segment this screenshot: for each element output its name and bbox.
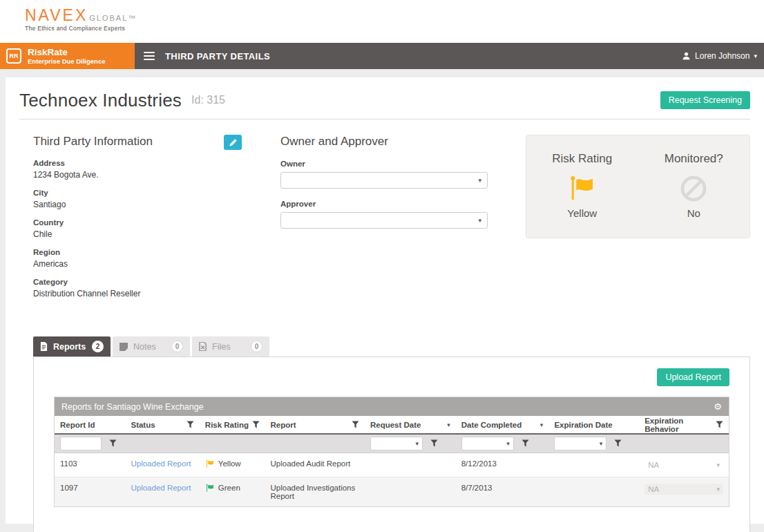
content-panel: Technoex Industries Id: 315 Request Scre…	[6, 77, 764, 524]
expiration-date-filter[interactable]: ▾	[554, 437, 607, 450]
filter-icon[interactable]	[716, 421, 723, 428]
navex-logo-suffix: GLOBAL™	[89, 14, 137, 22]
owner-dropdown[interactable]: ▾	[280, 172, 488, 189]
field-label: Region	[33, 248, 242, 256]
owner-label: Owner	[280, 160, 488, 168]
request-screening-button[interactable]: Request Screening	[660, 91, 750, 109]
request-date-cell	[365, 477, 456, 506]
date-completed-cell: 8/7/2013	[456, 477, 549, 506]
upload-report-button[interactable]: Upload Report	[657, 368, 729, 386]
field-label: City	[33, 189, 242, 197]
field-city: City Santiago	[33, 189, 242, 209]
navex-logo-text: NAVEX	[25, 6, 88, 24]
approver-label: Approver	[280, 200, 488, 208]
expiration-behavior-dropdown[interactable]: NA▾	[644, 484, 723, 495]
field-address: Address 1234 Bogota Ave.	[33, 159, 242, 180]
status-link[interactable]: Uploaded Report	[131, 484, 191, 492]
report-id-cell: 1097	[55, 477, 125, 506]
ban-icon	[679, 174, 708, 203]
chevron-down-icon[interactable]: ▾	[447, 421, 450, 428]
user-menu[interactable]: Loren Johnson ▾	[682, 51, 757, 61]
navex-tagline: The Ethics and Compliance Experts	[25, 25, 137, 32]
reports-grid: Reports for Santiago Wine Exchange ⚙ Rep…	[54, 397, 729, 507]
user-name: Loren Johnson	[695, 51, 749, 61]
page-title: Technoex Industries	[19, 90, 182, 111]
main-navbar: RR RiskRate Enterprise Due Diligence THI…	[0, 43, 764, 69]
request-date-cell	[365, 453, 456, 477]
expiration-date-filter-input[interactable]	[555, 438, 592, 449]
report-id-filter-input[interactable]	[60, 437, 102, 450]
col-expiration-date: Expiration Date	[554, 421, 612, 429]
gear-icon[interactable]: ⚙	[714, 402, 722, 411]
filter-icon[interactable]	[522, 439, 529, 447]
third-party-information-section: Third Party Information Address 1234 Bog…	[33, 135, 242, 298]
field-value: Santiago	[33, 200, 242, 209]
filter-icon[interactable]	[187, 421, 194, 428]
risk-summary-panel: Risk Rating Yellow Monitored?	[526, 135, 750, 238]
col-report-id: Report Id	[60, 421, 95, 429]
page-nav-title: THIRD PARTY DETAILS	[165, 51, 270, 61]
note-icon	[120, 343, 128, 351]
riskrate-app-tile[interactable]: RR RiskRate Enterprise Due Diligence	[0, 43, 135, 69]
expiration-behavior-dropdown[interactable]: NA▾	[644, 459, 723, 471]
tab-label: Files	[212, 342, 230, 352]
riskrate-third-party-details-page: NAVEXGLOBAL™ The Ethics and Compliance E…	[0, 0, 764, 532]
pencil-icon	[229, 138, 238, 147]
filter-icon[interactable]	[109, 439, 117, 447]
tab-strip: Reports 2 Notes 0 Files 0	[33, 336, 750, 357]
risk-rating-value: Yellow	[526, 207, 638, 219]
tab-notes[interactable]: Notes 0	[113, 336, 190, 357]
report-id-cell: 1103	[55, 453, 125, 477]
approver-dropdown[interactable]: ▾	[280, 212, 488, 229]
report-name-cell: Uploaded Audit Report	[265, 453, 365, 477]
field-value: Chile	[33, 229, 242, 239]
section-title: Owner and Approver	[280, 135, 388, 148]
chevron-down-icon[interactable]: ▾	[596, 440, 607, 447]
request-date-filter[interactable]: ▾	[370, 437, 423, 450]
col-status: Status	[131, 421, 155, 429]
tab-reports[interactable]: Reports 2	[33, 336, 111, 357]
expiration-date-cell	[548, 477, 639, 506]
chevron-down-icon: ▾	[478, 217, 481, 224]
section-title: Third Party Information	[33, 135, 153, 149]
filter-icon[interactable]	[252, 421, 260, 428]
tab-count-badge: 0	[171, 341, 183, 352]
app-name: RiskRate	[28, 47, 105, 58]
risk-rating-cell: Risk Rating Yellow	[526, 152, 638, 238]
request-date-filter-input[interactable]	[371, 438, 408, 449]
monitored-label: Monitored?	[638, 152, 750, 166]
filter-icon[interactable]	[614, 439, 622, 447]
flag-icon	[568, 175, 597, 202]
report-document-icon	[40, 342, 48, 351]
date-completed-cell: 8/12/2013	[456, 453, 549, 477]
status-link[interactable]: Uploaded Report	[131, 459, 191, 468]
tab-label: Reports	[53, 342, 86, 352]
monitored-cell: Monitored? No	[638, 152, 750, 238]
chevron-down-icon[interactable]: ▾	[503, 440, 513, 447]
third-party-id: Id: 315	[191, 94, 225, 106]
riskrate-logo-icon: RR	[6, 48, 21, 64]
tab-files[interactable]: Files 0	[192, 336, 269, 357]
expiration-date-cell	[548, 453, 639, 477]
tab-label: Notes	[133, 342, 156, 352]
edit-third-party-button[interactable]	[224, 135, 242, 150]
field-country: Country Chile	[33, 218, 242, 239]
risk-rating-cell: Yellow	[218, 459, 241, 468]
flag-icon	[205, 484, 215, 493]
filter-icon[interactable]	[352, 421, 359, 428]
chevron-down-icon[interactable]: ▾	[540, 421, 544, 428]
filter-row: ▾ ▾ ▾	[55, 434, 729, 453]
date-completed-filter[interactable]: ▾	[461, 437, 514, 450]
field-region: Region Americas	[33, 248, 242, 269]
field-label: Country	[33, 218, 242, 227]
col-date-completed: Date Completed	[461, 421, 522, 429]
filter-icon[interactable]	[430, 439, 438, 447]
report-row-1103: 1103 Uploaded Report Yellow Uploaded Aud…	[55, 453, 729, 477]
menu-icon[interactable]	[144, 50, 155, 62]
flag-icon	[205, 459, 215, 468]
top-header: NAVEXGLOBAL™ The Ethics and Compliance E…	[0, 0, 764, 43]
chevron-down-icon[interactable]: ▾	[412, 440, 422, 447]
date-completed-filter-input[interactable]	[462, 438, 499, 449]
col-report: Report	[271, 421, 296, 429]
title-divider	[19, 119, 750, 120]
